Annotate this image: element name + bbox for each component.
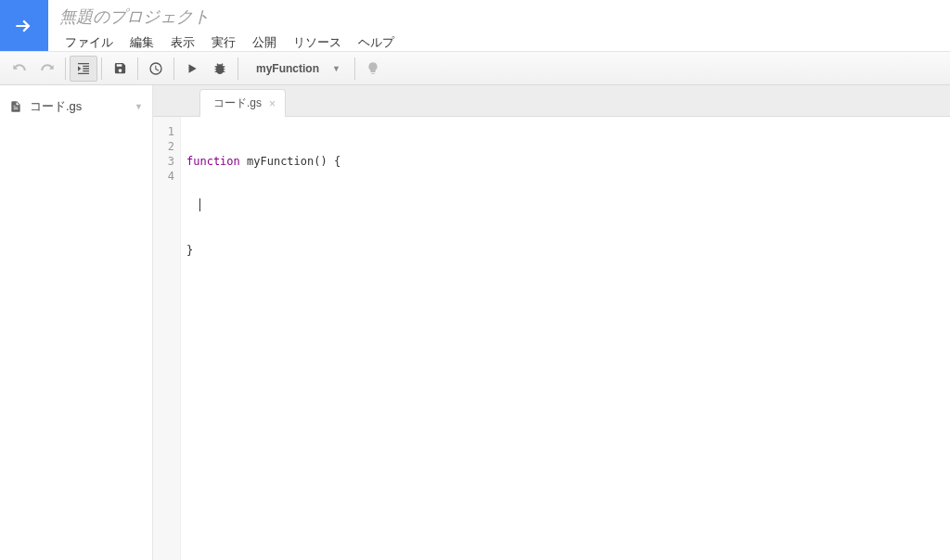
menu-bar: ファイル 編集 表示 実行 公開 リソース ヘルプ <box>58 32 943 54</box>
menu-file[interactable]: ファイル <box>58 32 121 54</box>
project-title[interactable]: 無題のプロジェクト <box>58 6 943 28</box>
line-number: 2 <box>153 139 174 154</box>
bug-icon <box>212 61 227 76</box>
save-button[interactable] <box>106 56 134 82</box>
menu-resources[interactable]: リソース <box>286 32 349 54</box>
save-icon <box>113 61 127 75</box>
menu-help[interactable]: ヘルプ <box>351 32 402 54</box>
menu-view[interactable]: 表示 <box>163 32 202 54</box>
separator <box>173 57 174 80</box>
code-editor[interactable]: 1 2 3 4 function myFunction() { } <box>153 117 950 560</box>
code-line <box>186 287 950 302</box>
triggers-button[interactable] <box>142 56 170 82</box>
menu-edit[interactable]: 編集 <box>122 32 161 54</box>
separator <box>101 57 102 80</box>
undo-button[interactable] <box>6 56 33 82</box>
function-selector-label: myFunction <box>256 62 319 75</box>
indent-button[interactable] <box>70 56 97 82</box>
menu-publish[interactable]: 公開 <box>245 32 284 54</box>
file-item[interactable]: コード.gs ▼ <box>0 95 152 119</box>
separator <box>137 57 138 80</box>
redo-button[interactable] <box>33 56 61 82</box>
separator <box>354 57 355 80</box>
file-name: コード.gs <box>30 98 82 115</box>
line-gutter: 1 2 3 4 <box>153 117 181 560</box>
separator <box>238 57 238 80</box>
file-sidebar: コード.gs ▼ <box>0 85 153 560</box>
clock-icon <box>148 61 163 76</box>
chevron-down-icon: ▼ <box>332 64 340 73</box>
editor-area: コード.gs × 1 2 3 4 function myFunction() {… <box>153 85 950 560</box>
header-content: 無題のプロジェクト ファイル 編集 表示 実行 公開 リソース ヘルプ <box>48 0 950 51</box>
tab-label: コード.gs <box>213 95 262 111</box>
file-icon <box>9 100 22 113</box>
code-content[interactable]: function myFunction() { } <box>181 117 950 560</box>
debug-button[interactable] <box>206 56 234 82</box>
play-icon <box>186 62 199 75</box>
line-number: 3 <box>153 154 174 169</box>
function-selector[interactable]: myFunction ▼ <box>242 56 351 82</box>
arrow-right-icon <box>12 14 36 38</box>
lightbulb-button[interactable] <box>359 56 387 82</box>
undo-icon <box>12 61 27 76</box>
editor-tab[interactable]: コード.gs × <box>199 89 286 117</box>
chevron-down-icon[interactable]: ▼ <box>135 102 143 111</box>
text-cursor <box>199 198 200 211</box>
apps-script-logo <box>0 0 48 51</box>
code-line <box>186 198 950 213</box>
code-line: function myFunction() { <box>186 154 950 169</box>
indent-icon <box>76 61 91 76</box>
redo-icon <box>40 61 55 76</box>
main-body: コード.gs ▼ コード.gs × 1 2 3 4 function myFun… <box>0 85 950 560</box>
code-line: } <box>186 243 950 258</box>
line-number: 4 <box>153 169 174 184</box>
editor-tabs: コード.gs × <box>153 85 950 117</box>
close-icon[interactable]: × <box>269 97 276 110</box>
lightbulb-icon <box>366 61 380 76</box>
run-button[interactable] <box>178 56 206 82</box>
line-number: 1 <box>153 124 174 139</box>
app-header: 無題のプロジェクト ファイル 編集 表示 実行 公開 リソース ヘルプ <box>0 0 950 52</box>
separator <box>65 57 66 80</box>
toolbar: myFunction ▼ <box>0 52 950 85</box>
menu-run[interactable]: 実行 <box>204 32 243 54</box>
